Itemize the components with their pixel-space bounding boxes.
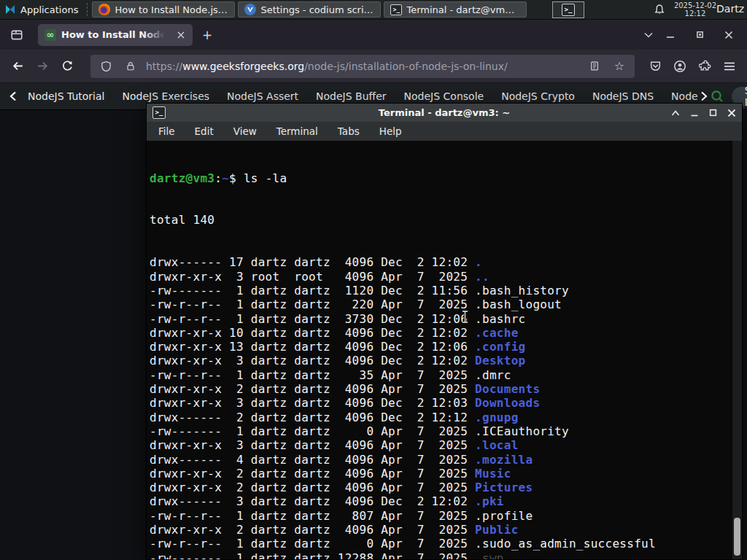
terminal-line: drwx------ 17 dartz dartz 4096 Dec 2 12:…	[150, 255, 732, 269]
terminal-scrollbar[interactable]	[732, 141, 742, 559]
file-name: .bash_logout	[475, 298, 562, 311]
notification-bell-icon[interactable]	[654, 4, 665, 18]
terminal-line: drwxr-xr-x 3 dartz dartz 4096 Dec 2 12:0…	[150, 354, 732, 368]
menu-help[interactable]: Help	[379, 125, 402, 137]
list-all-tabs-icon[interactable]	[638, 26, 659, 44]
file-name: Public	[475, 523, 518, 537]
terminal-line: drwxr-xr-x 2 dartz dartz 4096 Apr 7 2025…	[150, 467, 732, 481]
taskbar-label: How to Install Node.js o...	[115, 4, 228, 15]
minimize-icon[interactable]	[659, 26, 681, 44]
panel-separator	[87, 3, 88, 16]
sitenav-link-buffer[interactable]: NodeJS Buffer	[307, 90, 395, 102]
terminal-line: -rw-r--r-- 1 dartz dartz 3730 Dec 2 12:0…	[150, 312, 732, 326]
terminal-icon: >_	[152, 106, 166, 119]
url-bar[interactable]: https://www.geeksforgeeks.org/node-js/in…	[90, 55, 635, 78]
terminal-screen[interactable]: dartz@vm3:~$ ls -la total 140 drwx------…	[147, 141, 742, 559]
menu-file[interactable]: File	[158, 125, 175, 137]
terminal-line: drwx------ 4 dartz dartz 4096 Apr 7 2025…	[150, 453, 732, 467]
extensions-puzzle-icon[interactable]	[693, 55, 716, 78]
terminal-line: -rw-r--r-- 1 dartz dartz 0 Apr 7 2025 .s…	[150, 537, 732, 551]
sitenav-link-dns[interactable]: NodeJS DNS	[584, 90, 662, 102]
file-name: .bashrc	[475, 312, 525, 326]
clock-date: 2025-12-02	[674, 1, 716, 9]
applications-label: Applications	[20, 4, 78, 15]
bookmark-star-icon[interactable]: ☆	[610, 58, 629, 75]
terminal-line: drwxr-xr-x 2 dartz dartz 4096 Apr 7 2025…	[150, 523, 732, 537]
close-icon[interactable]	[727, 109, 736, 117]
reload-icon[interactable]	[55, 55, 79, 78]
sitenav-link-partial[interactable]: Node	[662, 90, 698, 102]
navigation-toolbar: https://www.geeksforgeeks.org/node-js/in…	[0, 50, 747, 83]
scrollbar-thumb[interactable]	[734, 518, 740, 556]
prompt-line: dartz@vm3:~$ ls -la	[150, 171, 732, 185]
command-text: ls -la	[244, 171, 287, 185]
file-name: Desktop	[475, 354, 525, 368]
terminal-icon: >_	[390, 4, 402, 15]
tab-title-fade	[144, 29, 169, 40]
forward-icon[interactable]	[31, 55, 54, 78]
tab-title: How to Install Node.js on	[61, 29, 169, 40]
taskbar-button-codium[interactable]: Settings - codium script...	[238, 1, 381, 18]
browser-tab-active[interactable]: ∞ How to Install Node.js on	[38, 24, 193, 46]
terminal-line: drwxr-xr-x 3 dartz dartz 4096 Dec 2 12:0…	[150, 396, 732, 410]
menu-hamburger-icon[interactable]	[718, 55, 741, 78]
file-name: .cache	[475, 326, 518, 340]
terminal-line: -rw-r--r-- 1 dartz dartz 807 Apr 7 2025 …	[150, 509, 732, 523]
file-name: .swp	[475, 551, 504, 559]
nav-scroll-right-icon[interactable]	[698, 91, 710, 101]
lock-icon[interactable]	[121, 58, 140, 75]
sitenav-link-tutorial[interactable]: NodeJS Tutorial	[19, 90, 113, 102]
terminal-window: >_ Terminal - dartz@vm3: ~ File Edit Vie…	[146, 103, 743, 560]
file-name: .dmrc	[475, 368, 511, 382]
reader-mode-icon[interactable]	[585, 58, 604, 75]
new-tab-button[interactable]: +	[197, 25, 217, 45]
sitenav-link-exercises[interactable]: NodeJS Exercises	[113, 90, 218, 102]
terminal-line: drwxr-xr-x 10 dartz dartz 4096 Dec 2 12:…	[150, 326, 732, 340]
terminal-line: -rw------- 1 dartz dartz 12288 Apr 7 202…	[150, 551, 732, 559]
rollup-icon[interactable]	[671, 109, 680, 117]
file-name: .profile	[475, 509, 533, 523]
file-name: Downloads	[475, 396, 540, 410]
file-name: .ICEauthority	[475, 424, 569, 438]
sitenav-link-assert[interactable]: NodeJS Assert	[218, 90, 307, 102]
close-icon[interactable]	[718, 26, 740, 44]
maximize-icon[interactable]	[689, 26, 711, 44]
menu-view[interactable]: View	[233, 125, 257, 137]
workspace-pager[interactable]: >_	[552, 1, 584, 18]
pocket-icon[interactable]	[643, 55, 667, 78]
file-name: .local	[475, 438, 518, 452]
terminal-line: -rw------- 1 dartz dartz 0 Apr 7 2025 .I…	[150, 424, 732, 438]
menu-edit[interactable]: Edit	[195, 125, 214, 137]
tracking-shield-icon[interactable]	[96, 58, 115, 75]
file-name: .config	[475, 340, 525, 354]
sitenav-link-crypto[interactable]: NodeJS Crypto	[492, 90, 584, 102]
firefox-view-icon[interactable]	[6, 24, 28, 46]
nav-scroll-left-icon[interactable]	[7, 91, 19, 101]
terminal-line: drwxr-xr-x 3 root root 4096 Apr 7 2025 .…	[150, 270, 732, 284]
terminal-line: drwxr-xr-x 13 dartz dartz 4096 Dec 2 12:…	[150, 340, 732, 354]
top-panel: Applications How to Install Node.js o...…	[0, 0, 747, 20]
back-icon[interactable]	[6, 55, 29, 78]
terminal-title-bar[interactable]: >_ Terminal - dartz@vm3: ~	[147, 104, 742, 122]
minimize-icon[interactable]	[690, 109, 699, 117]
panel-clock[interactable]: 2025-12-02 12:12	[674, 1, 716, 18]
file-name: .mozilla	[475, 453, 533, 467]
terminal-output: dartz@vm3:~$ ls -la total 140 drwx------…	[150, 143, 732, 559]
tab-close-icon[interactable]	[174, 28, 188, 42]
applications-menu-button[interactable]: Applications	[0, 0, 84, 19]
browser-window-controls	[659, 26, 740, 44]
terminal-window-controls	[671, 109, 736, 117]
account-icon[interactable]	[668, 55, 692, 78]
file-name: .pki	[475, 494, 504, 508]
menu-tabs[interactable]: Tabs	[338, 125, 360, 137]
taskbar-button-terminal[interactable]: >_ Terminal - dartz@vm3: ~	[384, 1, 527, 18]
taskbar-label: Terminal - dartz@vm3: ~	[406, 4, 520, 15]
panel-username[interactable]: Dartz	[716, 3, 744, 15]
maximize-icon[interactable]	[709, 109, 717, 117]
codium-icon	[244, 4, 256, 15]
distro-logo-icon	[4, 4, 16, 15]
menu-terminal[interactable]: Terminal	[276, 125, 318, 137]
sitenav-link-console[interactable]: NodeJS Console	[395, 90, 493, 102]
terminal-window-title: Terminal - dartz@vm3: ~	[147, 107, 742, 118]
taskbar-button-firefox[interactable]: How to Install Node.js o...	[92, 1, 235, 18]
